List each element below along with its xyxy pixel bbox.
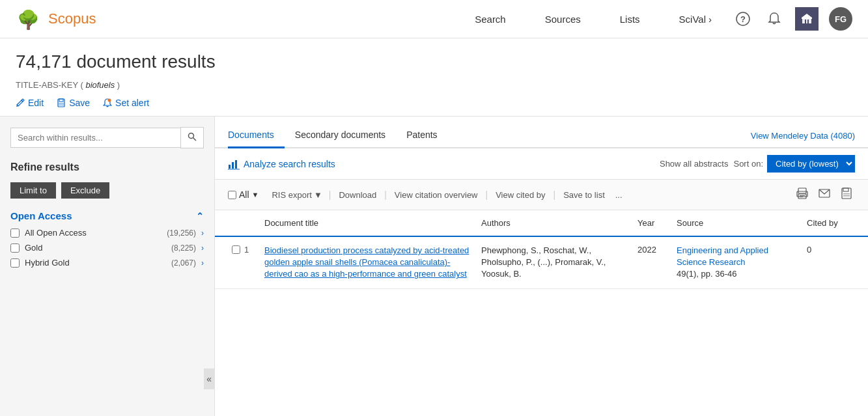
svg-point-14 xyxy=(189,133,194,139)
notification-button[interactable] xyxy=(764,8,785,29)
filter-checkbox-all-open-access[interactable] xyxy=(10,229,20,238)
exclude-button[interactable]: Exclude xyxy=(61,182,109,199)
action-links: Edit Save Set alert xyxy=(16,98,852,108)
search-within-button[interactable] xyxy=(180,127,204,148)
row-title-cell: Biodiesel production process catalyzed b… xyxy=(260,242,477,283)
svg-line-15 xyxy=(193,138,197,141)
nav-scival[interactable]: SciVal › xyxy=(679,14,712,25)
institution-button[interactable] xyxy=(795,7,819,31)
th-source: Source xyxy=(673,215,803,230)
logo-area: 🌳 Scopus xyxy=(16,5,96,33)
svg-rect-28 xyxy=(843,193,850,195)
sort-area: Sort on: Cited by (lowest) xyxy=(733,155,855,173)
alert-icon xyxy=(103,98,112,107)
save-to-list-button[interactable]: Save to list xyxy=(557,187,611,203)
filter-arrow-gold[interactable]: › xyxy=(201,243,204,253)
table-row: 1 Biodiesel production process catalyzed… xyxy=(215,237,868,289)
svg-point-13 xyxy=(108,99,111,102)
row-source-cell: Engineering and Applied Science Research… xyxy=(673,242,803,283)
edit-link[interactable]: Edit xyxy=(16,98,44,108)
row-authors: Phewphong, S., Roschat, W., Pholsupho, P… xyxy=(481,245,606,279)
show-abstracts-toggle[interactable]: Show all abstracts xyxy=(660,159,729,169)
select-all-container: All ▼ xyxy=(228,189,259,200)
nav-sources[interactable]: Sources xyxy=(545,14,581,25)
filter-item-hybrid-gold: Hybrid Gold (2,067) › xyxy=(10,258,204,268)
row-cited-by: 0 xyxy=(807,245,811,255)
help-button[interactable]: ? xyxy=(733,8,753,29)
open-access-filter: Open Access ⌃ All Open Access (19,256) ›… xyxy=(10,210,204,268)
search-within-container xyxy=(10,127,204,148)
icon-tools xyxy=(794,185,855,204)
svg-marker-6 xyxy=(802,14,812,18)
th-checkbox xyxy=(228,215,260,230)
content-area: Documents Secondary documents Patents Vi… xyxy=(215,117,868,416)
tab-patents[interactable]: Patents xyxy=(396,124,447,148)
set-alert-link[interactable]: Set alert xyxy=(103,98,149,108)
more-options-button[interactable]: ... xyxy=(611,187,626,203)
limit-to-button[interactable]: Limit to xyxy=(10,182,56,199)
nav-lists[interactable]: Lists xyxy=(620,14,640,25)
mendeley-data-link[interactable]: View Mendeley Data (4080) xyxy=(751,131,855,141)
th-title: Document title xyxy=(260,215,477,230)
refine-title: Refine results xyxy=(10,161,204,173)
row-year-cell: 2022 xyxy=(634,242,673,257)
save-link[interactable]: Save xyxy=(57,98,90,108)
row-checkbox[interactable] xyxy=(232,245,240,254)
sort-select[interactable]: Cited by (lowest) xyxy=(767,155,855,173)
edit-icon xyxy=(16,98,25,107)
collapse-sidebar-button[interactable]: « xyxy=(204,368,214,389)
row-source-name: Engineering and Applied Science Research xyxy=(677,245,768,267)
filter-checkbox-hybrid-gold[interactable] xyxy=(10,258,20,268)
svg-rect-20 xyxy=(798,188,806,193)
svg-rect-5 xyxy=(802,18,812,19)
ris-export-button[interactable]: RIS export ▼ xyxy=(266,187,327,203)
filter-label-hybrid-gold: Hybrid Gold xyxy=(25,258,166,268)
all-label: All xyxy=(239,189,249,200)
ris-export-dropdown-icon: ▼ xyxy=(314,190,322,200)
view-citation-overview-button[interactable]: View citation overview xyxy=(388,187,484,203)
filter-item-all-open-access: All Open Access (19,256) › xyxy=(10,228,204,238)
svg-rect-29 xyxy=(843,195,850,197)
email-button[interactable] xyxy=(816,185,833,204)
save-file-icon xyxy=(841,187,852,199)
search-icon xyxy=(188,132,197,141)
scopus-logo-text: Scopus xyxy=(48,10,96,27)
page-title-area: 74,171 document results TITLE-ABS-KEY ( … xyxy=(0,38,868,117)
row-year: 2022 xyxy=(637,245,656,255)
nav-search[interactable]: Search xyxy=(475,14,506,25)
select-all-checkbox[interactable] xyxy=(228,191,236,199)
row-cited-by-cell: 0 xyxy=(803,242,855,257)
filter-arrow-hybrid-gold[interactable]: › xyxy=(201,258,204,268)
filter-label-all-open-access: All Open Access xyxy=(25,228,161,238)
search-within-input[interactable] xyxy=(10,128,180,148)
filter-count-gold: (8,225) xyxy=(171,243,196,253)
row-source-detail: 49(1), pp. 36-46 xyxy=(677,269,737,279)
view-cited-by-button[interactable]: View cited by xyxy=(489,187,552,203)
print-button[interactable] xyxy=(794,185,811,204)
svg-text:?: ? xyxy=(740,14,746,24)
limit-exclude-buttons: Limit to Exclude xyxy=(10,182,204,199)
analyze-button[interactable]: Analyze search results xyxy=(228,158,335,170)
main-layout: Refine results Limit to Exclude Open Acc… xyxy=(0,117,868,416)
query-prefix: TITLE-ABS-KEY ( xyxy=(16,80,85,90)
all-dropdown-icon[interactable]: ▼ xyxy=(252,191,259,199)
filter-checkbox-gold[interactable] xyxy=(10,243,20,253)
th-year: Year xyxy=(634,215,673,230)
svg-rect-18 xyxy=(235,160,237,169)
svg-rect-24 xyxy=(800,197,803,197)
tab-secondary-documents[interactable]: Secondary documents xyxy=(285,124,396,148)
download-button[interactable]: Download xyxy=(332,187,383,203)
main-nav: Search Sources Lists SciVal › xyxy=(475,14,712,25)
filter-arrow-all-open-access[interactable]: › xyxy=(201,229,204,238)
tab-documents[interactable]: Documents xyxy=(228,124,285,148)
svg-rect-10 xyxy=(59,99,63,102)
query-line: TITLE-ABS-KEY ( biofuels ) xyxy=(16,80,852,90)
document-title-link[interactable]: Biodiesel production process catalyzed b… xyxy=(264,245,469,279)
svg-rect-27 xyxy=(843,188,848,191)
open-access-collapse-icon[interactable]: ⌃ xyxy=(196,211,204,221)
save-format-button[interactable] xyxy=(838,185,855,204)
svg-rect-12 xyxy=(59,105,64,106)
user-avatar-button[interactable]: FG xyxy=(829,7,852,31)
query-suffix: ) xyxy=(115,80,120,90)
header: 🌳 Scopus Search Sources Lists SciVal › ? xyxy=(0,0,868,38)
